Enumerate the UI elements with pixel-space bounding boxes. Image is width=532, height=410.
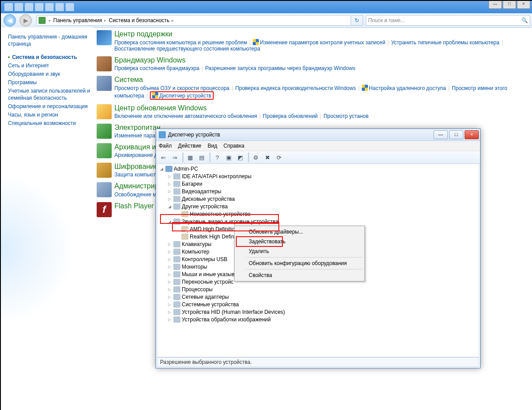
breadcrumb-item[interactable]: Система и безопасность <box>109 17 169 23</box>
sidebar-item[interactable]: Специальные возможности <box>8 120 94 127</box>
expand-icon[interactable]: ▷ <box>167 182 172 186</box>
dm-maximize-button[interactable]: □ <box>449 130 463 139</box>
tree-node[interactable]: ▷Системные устройства <box>157 301 479 308</box>
browser-tab[interactable] <box>15 3 23 11</box>
expand-icon[interactable]: ◢ <box>167 204 172 209</box>
tree-node[interactable]: ◢Звуковые, видео и игровые устройства <box>157 218 479 225</box>
browser-tab[interactable] <box>66 3 74 11</box>
dm-tool-button[interactable]: ✖ <box>262 152 273 163</box>
category-link[interactable]: Восстановление предшествующего состояния… <box>114 46 260 52</box>
dm-tool-button[interactable]: ⚙ <box>250 152 261 163</box>
context-menu-item[interactable]: Задействовать <box>235 237 364 246</box>
category-title[interactable]: Брандмауэр Windows <box>114 56 528 64</box>
expand-icon[interactable]: ▷ <box>167 174 172 179</box>
browser-tab[interactable] <box>4 3 13 11</box>
tree-node[interactable]: ▷Устройства HID (Human Interface Devices… <box>157 308 479 316</box>
category-title[interactable]: Центр обновления Windows <box>114 104 528 112</box>
dm-titlebar[interactable]: Диспетчер устройств — □ × <box>156 129 480 141</box>
breadcrumb[interactable]: ▸ Панель управления ▸ Система и безопасн… <box>36 15 351 26</box>
sidebar-item[interactable]: Сеть и Интернет <box>8 62 94 69</box>
expand-icon[interactable]: ◢ <box>159 167 164 171</box>
dm-tool-button[interactable]: ⇐ <box>158 152 168 163</box>
dm-menu-help[interactable]: Справка <box>223 143 244 149</box>
sidebar-home-link[interactable]: Панель управления - домашняя страница <box>8 33 94 47</box>
expand-icon[interactable]: ▷ <box>167 295 172 299</box>
browser-tab[interactable] <box>45 3 54 11</box>
tree-node[interactable]: ▷Процессоры <box>157 285 479 293</box>
dm-menu-file[interactable]: Файл <box>159 143 172 149</box>
expand-icon[interactable]: ▷ <box>167 287 172 292</box>
window-close-button[interactable]: × <box>517 0 530 9</box>
dm-close-button[interactable]: × <box>465 130 479 139</box>
tree-node[interactable]: ◢Admin-PC <box>157 165 479 172</box>
category-title[interactable]: Система <box>114 76 528 84</box>
dm-tool-button[interactable]: ⇒ <box>169 152 180 163</box>
category-link[interactable]: Диспетчер устройств <box>159 93 211 99</box>
expand-icon[interactable]: ▷ <box>167 265 172 269</box>
category-link[interactable]: Проверка состояния брандмауэра <box>114 65 200 71</box>
expand-icon[interactable]: ▷ <box>167 272 172 277</box>
search-input[interactable]: Поиск в пане... 🔍 <box>366 15 530 26</box>
sidebar-item[interactable]: Программы <box>8 79 94 86</box>
category-link[interactable]: Настройка удаленного доступа <box>369 85 446 91</box>
browser-tab[interactable] <box>35 3 43 11</box>
expand-icon[interactable]: ▷ <box>167 197 172 201</box>
dm-tool-button[interactable]: ▦ <box>185 152 196 163</box>
expand-icon[interactable]: ▷ <box>167 250 172 254</box>
dm-tool-button[interactable]: ▣ <box>223 152 234 163</box>
category-link[interactable]: Изменение парам <box>114 133 159 139</box>
category-link[interactable]: Просмотр объема ОЗУ и скорости процессор… <box>114 85 230 91</box>
tree-node[interactable]: ▷Дисковые устройства <box>157 195 479 203</box>
browser-tab[interactable] <box>55 3 64 11</box>
dm-tool-button[interactable]: ⟳ <box>274 152 284 163</box>
tree-node[interactable]: ▷Батареи <box>157 180 479 187</box>
expand-icon[interactable]: ▷ <box>167 242 172 246</box>
sidebar-item[interactable]: Система и безопасность <box>8 54 94 61</box>
context-menu-item[interactable]: Свойства <box>235 270 364 280</box>
dm-menu-view[interactable]: Вид <box>207 143 217 149</box>
tree-node[interactable]: ▷Видеоадаптеры <box>157 187 479 195</box>
category-link[interactable]: Защита компьюте <box>114 172 159 178</box>
tree-node[interactable]: ▷Устройства обработки изображений <box>157 316 479 323</box>
sidebar-item[interactable]: Учетные записи пользователей и семейная … <box>8 87 94 102</box>
refresh-button[interactable]: ↻ <box>351 15 363 26</box>
dm-minimize-button[interactable]: — <box>434 130 448 139</box>
dm-tool-button[interactable]: ◩ <box>235 152 246 163</box>
breadcrumb-item[interactable]: Панель управления <box>53 17 102 23</box>
window-minimize-button[interactable]: — <box>489 0 502 9</box>
expand-icon[interactable]: ▷ <box>167 257 172 262</box>
sidebar-item[interactable]: Оформление и персонализация <box>8 103 94 110</box>
back-button[interactable]: ◀ <box>4 14 16 27</box>
dm-tool-button[interactable]: ? <box>212 152 223 163</box>
context-menu-item[interactable]: Обновить конфигурацию оборудования <box>235 258 364 268</box>
category-link[interactable]: Архивирование да <box>114 152 160 158</box>
category-link[interactable]: Проверка обновлений <box>263 113 318 119</box>
category-link[interactable]: Проверка индекса производительности Wind… <box>235 85 356 91</box>
tree-node[interactable]: ▷Сетевые адаптеры <box>157 293 479 301</box>
expand-icon[interactable]: ▷ <box>167 310 172 314</box>
category-link[interactable]: Включение или отключение автоматического… <box>114 113 257 119</box>
category-link[interactable]: Устранить типичные проблемы компьютера <box>391 39 499 46</box>
expand-icon[interactable]: ▷ <box>167 189 172 194</box>
context-menu-item[interactable]: Удалить <box>235 246 364 256</box>
category-title[interactable]: Центр поддержки <box>114 30 528 38</box>
context-menu-item[interactable]: Обновить драйверы... <box>235 227 364 237</box>
expand-icon[interactable]: ▷ <box>167 317 172 322</box>
sidebar-item[interactable]: Оборудование и звук <box>8 70 94 78</box>
browser-tab[interactable] <box>25 3 33 11</box>
tree-node[interactable]: ◢Другие устройства <box>157 203 479 210</box>
dm-tool-button[interactable]: ▤ <box>196 152 207 163</box>
tree-node[interactable]: Неизвестное устройство <box>157 210 479 218</box>
sidebar-item[interactable]: Часы, язык и регион <box>8 111 94 118</box>
expand-icon[interactable]: ▷ <box>167 280 172 284</box>
category-link[interactable]: Разрешение запуска программы через бранд… <box>205 65 356 71</box>
dm-menu-action[interactable]: Действие <box>178 143 202 149</box>
expand-icon[interactable]: ▷ <box>167 302 172 307</box>
category-link[interactable]: Просмотр установ <box>324 113 369 119</box>
category-link[interactable]: Проверка состояния компьютера и решение … <box>114 39 247 46</box>
category-link[interactable]: Освобождение ме <box>114 191 160 198</box>
expand-icon[interactable]: ◢ <box>167 219 172 224</box>
category-link[interactable]: Изменение параметров контроля учетных за… <box>260 39 385 46</box>
tree-node[interactable]: ▷IDE ATA/ATAPI контроллеры <box>157 172 479 180</box>
forward-button[interactable]: ▶ <box>20 14 32 27</box>
